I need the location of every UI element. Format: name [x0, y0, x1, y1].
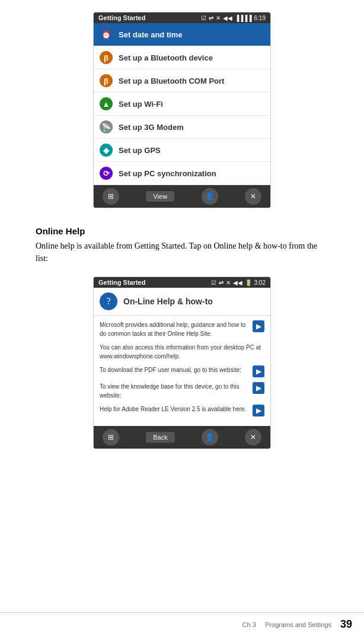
- phone1-close-button[interactable]: ✕: [245, 188, 261, 205]
- date-time-icon: ⏰: [100, 28, 113, 41]
- help-row-1: You can also access this information fro…: [100, 343, 264, 361]
- menu-item-pc-sync-label: Set up PC synchronization: [119, 169, 216, 178]
- phone1-battery-icon: ▐▐▐▐: [235, 15, 251, 21]
- phone1-menu-body: ⏰ Set date and time β Set up a Bluetooth…: [94, 23, 270, 185]
- section-heading: Online Help: [36, 226, 328, 236]
- menu-item-date-time[interactable]: ⏰ Set date and time: [94, 23, 270, 46]
- menu-item-3g[interactable]: 📡 Set up 3G Modem: [94, 116, 270, 139]
- footer-page-number: 39: [340, 618, 352, 631]
- help-row-2: To download the PDF user manual, go to t…: [100, 365, 264, 377]
- help-row-4: Help for Adobe Reader LE Version 2.5 is …: [100, 405, 264, 416]
- help-arrow-3[interactable]: ▶: [253, 382, 264, 394]
- phone2-time: 3:02: [254, 279, 266, 286]
- help-row-2-text: To download the PDF user manual, go to t…: [100, 365, 249, 374]
- phone1-windows-button[interactable]: ⊞: [103, 188, 119, 205]
- bluetooth-device-icon: β: [100, 51, 113, 64]
- help-arrow-0[interactable]: ▶: [253, 320, 264, 332]
- menu-item-date-time-label: Set date and time: [119, 30, 183, 39]
- phone1-title: Getting Started: [98, 14, 145, 21]
- phone1-bottom-bar: ⊞ View 👤 ✕: [94, 185, 270, 208]
- phone1-cross-icon: ✕: [216, 15, 221, 21]
- phone1-signal-icon: ⇄: [209, 15, 213, 21]
- footer-chapter: Ch 3 Programs and Settings: [242, 621, 331, 628]
- help-row-0: Microsoft provides additional help, guid…: [100, 320, 264, 338]
- phone2-check-icon: ☑: [211, 279, 216, 286]
- phone2-contacts-button[interactable]: 👤: [202, 429, 218, 446]
- help-question-icon: ?: [100, 292, 117, 310]
- phone2-bottom-bar: ⊞ Back 👤 ✕: [94, 426, 270, 449]
- help-row-3-text: To view the knowledge base for this devi…: [100, 382, 249, 400]
- phone1-time: 6:19: [254, 15, 266, 21]
- menu-item-bluetooth-device-label: Set up a Bluetooth device: [119, 53, 213, 62]
- phone1-menu-list: ⏰ Set date and time β Set up a Bluetooth…: [94, 23, 270, 185]
- phone1-top-bar: Getting Started ☑ ⇄ ✕ ◀◀ ▐▐▐▐ 6:19: [94, 12, 270, 23]
- phone2-volume-icon: ◀◀: [233, 279, 242, 286]
- help-arrow-4[interactable]: ▶: [253, 405, 264, 416]
- bluetooth-com-icon: β: [100, 74, 113, 87]
- phone2-close-button[interactable]: ✕: [245, 429, 261, 446]
- online-help-section: Online Help Online help is available fro…: [36, 226, 328, 265]
- help-row-3: To view the knowledge base for this devi…: [100, 382, 264, 400]
- phone2-top-bar: Getting Started ☑ ⇄ ✕ ◀◀ 🔋 3:02: [94, 277, 270, 288]
- phone2-cross-icon: ✕: [226, 279, 231, 286]
- menu-item-3g-label: Set up 3G Modem: [119, 123, 184, 132]
- phone2-title: Getting Started: [98, 279, 145, 286]
- phone2-help-header: ? On-Line Help & how-to: [94, 288, 270, 316]
- phone-screenshot-2: Getting Started ☑ ⇄ ✕ ◀◀ 🔋 3:02 ? On-Lin…: [93, 276, 271, 449]
- menu-item-gps[interactable]: ◈ Set up GPS: [94, 139, 270, 162]
- phone1-check-icon: ☑: [201, 15, 206, 21]
- phone2-battery-icon: 🔋: [245, 279, 252, 286]
- menu-item-wifi[interactable]: ▲ Set up Wi-Fi: [94, 93, 270, 116]
- menu-item-bluetooth-device[interactable]: β Set up a Bluetooth device: [94, 46, 270, 69]
- phone1-status-icons: ☑ ⇄ ✕ ◀◀ ▐▐▐▐ 6:19: [201, 15, 266, 21]
- phone1-contacts-button[interactable]: 👤: [202, 188, 218, 205]
- help-row-4-text: Help for Adobe Reader LE Version 2.5 is …: [100, 405, 249, 414]
- gps-icon: ◈: [100, 144, 113, 157]
- menu-item-bluetooth-com[interactable]: β Set up a Bluetooth COM Port: [94, 69, 270, 93]
- phone2-back-button[interactable]: Back: [146, 432, 174, 443]
- footer-chapter-label: Programs and Settings: [265, 621, 331, 628]
- phone2-windows-button[interactable]: ⊞: [103, 429, 119, 446]
- phone1-volume-icon: ◀◀: [223, 15, 232, 21]
- menu-item-wifi-label: Set up Wi-Fi: [119, 100, 163, 109]
- help-row-1-text: You can also access this information fro…: [100, 343, 264, 361]
- phone2-help-content: Microsoft provides additional help, guid…: [94, 316, 270, 426]
- 3g-icon: 📡: [100, 120, 113, 133]
- help-title: On-Line Help & how-to: [123, 297, 213, 306]
- phone2-signal-icon: ⇄: [219, 279, 223, 286]
- menu-item-pc-sync[interactable]: ⟳ Set up PC synchronization: [94, 162, 270, 185]
- help-row-0-text: Microsoft provides additional help, guid…: [100, 320, 249, 338]
- page-footer: Ch 3 Programs and Settings 39: [0, 612, 364, 636]
- menu-item-bluetooth-com-label: Set up a Bluetooth COM Port: [119, 77, 224, 85]
- menu-item-gps-label: Set up GPS: [119, 146, 161, 155]
- phone2-status-icons: ☑ ⇄ ✕ ◀◀ 🔋 3:02: [211, 279, 266, 286]
- wifi-icon: ▲: [100, 97, 113, 110]
- phone-screenshot-1: Getting Started ☑ ⇄ ✕ ◀◀ ▐▐▐▐ 6:19 ⏰ Set…: [93, 12, 271, 208]
- section-text: Online help is available from Getting St…: [36, 240, 328, 265]
- pc-sync-icon: ⟳: [100, 167, 113, 180]
- help-arrow-2[interactable]: ▶: [253, 365, 264, 377]
- phone1-view-button[interactable]: View: [146, 191, 174, 202]
